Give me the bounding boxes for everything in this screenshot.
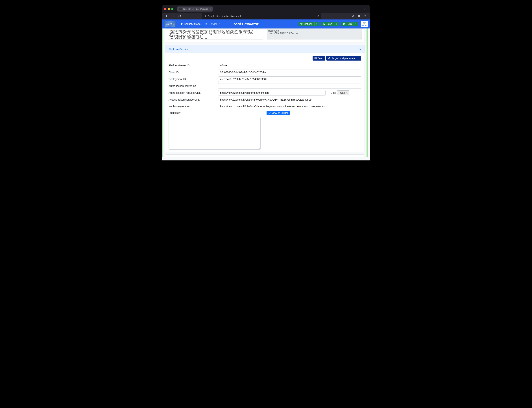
tab-close-icon[interactable]: ×	[210, 8, 211, 10]
url-bar[interactable]: https://saltire.lti.app/tool	[202, 13, 321, 19]
nav-service-dropdown[interactable]: Service ▼	[204, 23, 221, 26]
svg-point-6	[364, 23, 365, 25]
favicon-icon	[179, 8, 182, 10]
key-icon	[268, 112, 271, 114]
traffic-lights	[164, 8, 173, 10]
chevron-up-icon	[358, 48, 361, 51]
platform-profile-card: Platform Profile	[165, 154, 365, 157]
help-caret[interactable]: ▼	[354, 22, 358, 26]
new-tab-button[interactable]: +	[213, 7, 218, 11]
svg-point-9	[328, 59, 329, 59]
caret-down-icon: ▼	[355, 23, 357, 25]
celtic-logo-icon	[362, 22, 366, 25]
caret-down-icon: ▼	[218, 23, 220, 25]
forward-button[interactable]	[170, 14, 176, 18]
logo[interactable]: saLTIre	[164, 21, 176, 27]
reload-button[interactable]	[177, 14, 182, 18]
svg-point-11	[330, 59, 331, 59]
downloads-icon[interactable]	[345, 14, 350, 18]
list-icon	[205, 23, 208, 26]
browser-tab[interactable]: saLTIre: LTI Tool emulator ×	[177, 7, 213, 11]
window-minimize[interactable]	[168, 8, 170, 10]
save-button-group: Save ▼	[321, 22, 339, 26]
left-accent-bar	[162, 28, 163, 157]
help-button[interactable]: Help	[341, 22, 354, 26]
options-button[interactable]: Options	[299, 22, 314, 26]
auth-server-id-label: Authorization server ID:	[168, 85, 216, 87]
window-maximize[interactable]	[171, 8, 173, 10]
svg-point-8	[329, 57, 330, 58]
platform-details-card: Platform Details Save	[165, 45, 365, 152]
bookmark-star-icon[interactable]	[317, 15, 319, 17]
public-key-textarea[interactable]	[267, 29, 362, 40]
keys-card	[165, 28, 365, 43]
svg-rect-0	[208, 16, 209, 17]
platform-issuer-input[interactable]	[218, 63, 361, 68]
shield-icon	[180, 23, 183, 26]
access-token-url-input[interactable]	[218, 97, 361, 102]
nav-security-model[interactable]: Security Model	[179, 23, 202, 26]
client-id-label: Client ID:	[168, 71, 216, 74]
save-button[interactable]: Save	[312, 56, 325, 60]
svg-rect-7	[315, 57, 317, 59]
auth-request-url-input[interactable]	[218, 90, 326, 95]
options-button-group: Options ▼	[299, 22, 319, 26]
options-caret[interactable]: ▼	[314, 22, 319, 26]
private-key-textarea[interactable]	[168, 29, 263, 40]
deployment-id-input[interactable]	[218, 76, 361, 82]
platform-issuer-label: Platform/Issuer ID:	[168, 64, 216, 67]
url-text: https://saltire.lti.app/tool	[216, 15, 241, 17]
platform-profile-header[interactable]: Platform Profile	[165, 155, 364, 157]
public-keyset-url-input[interactable]	[218, 104, 361, 109]
permissions-icon[interactable]	[211, 15, 214, 17]
deployment-id-label: Deployment ID:	[168, 78, 216, 81]
platform-details-body: Save Registered platforms ▼	[165, 53, 364, 152]
save-caret[interactable]: ▼	[334, 22, 339, 26]
shield-icon[interactable]	[203, 15, 206, 17]
tab-strip: saLTIre: LTI Tool emulator × +	[177, 7, 218, 11]
svg-rect-2	[213, 15, 214, 17]
browser-window: saLTIre: LTI Tool emulator × + https://s…	[162, 5, 370, 160]
app-navbar: saLTIre Security Model Service ▼ Tool Em…	[162, 19, 370, 28]
tab-list-chevron-icon[interactable]	[362, 8, 368, 10]
caret-down-icon: ▼	[316, 23, 318, 25]
caret-down-icon: ▼	[358, 57, 360, 59]
registered-platforms-caret[interactable]: ▼	[357, 56, 361, 60]
main-scroll: Platform Details Save	[164, 28, 366, 157]
back-button[interactable]	[164, 14, 169, 18]
browser-toolbar: https://saltire.lti.app/tool	[162, 13, 370, 19]
caret-down-icon: ▼	[336, 23, 337, 25]
menu-icon[interactable]	[363, 14, 368, 18]
celtic-badge[interactable]: ceLTIc	[361, 21, 368, 27]
auth-server-id-input[interactable]	[218, 83, 361, 89]
public-key-textarea-form[interactable]	[168, 117, 261, 150]
public-key-label: Public key:	[168, 111, 216, 114]
use-label: Use:	[331, 91, 336, 94]
save-icon	[323, 23, 326, 25]
use-method-select[interactable]: POST	[337, 91, 349, 95]
titlebar: saLTIre: LTI Tool emulator × +	[162, 5, 370, 13]
lock-icon[interactable]	[208, 15, 210, 17]
sitemap-icon	[328, 57, 331, 60]
right-accent-bar	[366, 28, 368, 157]
help-button-group: Help ▼	[341, 22, 358, 26]
view-as-json-button[interactable]: View as JSON	[266, 111, 290, 115]
page-title: Tool Emulator	[233, 22, 258, 26]
svg-rect-1	[212, 16, 213, 17]
public-keyset-url-label: Public Keyset URL:	[168, 105, 216, 108]
client-id-input[interactable]	[218, 69, 361, 75]
save-icon	[314, 57, 317, 60]
svg-point-10	[329, 59, 330, 59]
registered-platforms-button[interactable]: Registered platforms	[326, 56, 357, 60]
nav-save-button[interactable]: Save	[321, 22, 334, 26]
platform-details-header[interactable]: Platform Details	[165, 45, 364, 53]
gear-icon	[300, 23, 303, 25]
page-content: saLTIre Security Model Service ▼ Tool Em…	[162, 19, 370, 160]
window-close[interactable]	[164, 8, 166, 10]
help-icon	[343, 23, 346, 25]
access-token-url-label: Access Token service URL:	[168, 98, 216, 101]
tab-title: saLTIre: LTI Tool emulator	[183, 8, 208, 10]
overflow-icon[interactable]	[357, 14, 362, 18]
auth-request-url-label: Authentication request URL:	[168, 91, 216, 94]
extensions-icon[interactable]	[351, 14, 356, 18]
